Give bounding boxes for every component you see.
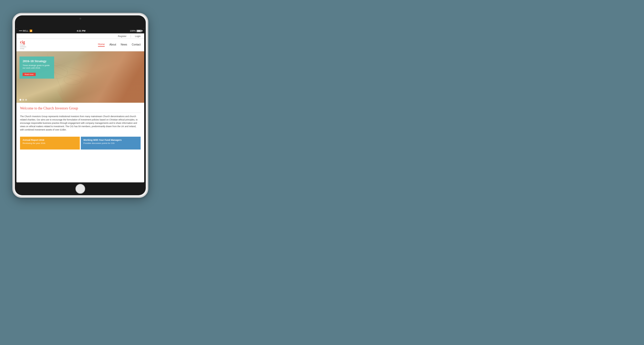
cards-row: Annual Report 2016 Reviewing the year 20… bbox=[16, 134, 144, 150]
status-carrier: •••• BELL 📶 bbox=[19, 30, 32, 32]
slider-dot-1[interactable] bbox=[19, 99, 21, 101]
carrier-text: •••• BELL bbox=[19, 30, 28, 32]
hero-cta-button[interactable]: Read more bbox=[23, 73, 36, 76]
web-content: Register Login cig Church Investors Grou… bbox=[16, 33, 144, 182]
slider-dot-2[interactable] bbox=[22, 99, 24, 101]
logo-text: cig bbox=[20, 40, 26, 44]
welcome-body: The Church Investors Group represents in… bbox=[20, 115, 141, 132]
ipad-home-button[interactable] bbox=[75, 184, 85, 194]
slider-dots bbox=[19, 99, 27, 101]
welcome-title: Welcome to the Church Investors Group bbox=[20, 106, 141, 110]
login-link[interactable]: Login bbox=[135, 35, 141, 38]
battery-icon bbox=[136, 30, 142, 32]
site-logo[interactable]: cig Church Investors Group bbox=[20, 40, 26, 50]
nav-home[interactable]: Home bbox=[98, 43, 105, 47]
ipad-camera bbox=[80, 18, 81, 20]
welcome-section: Welcome to the Church Investors Group Th… bbox=[16, 103, 144, 134]
ipad-screen: •••• BELL 📶 4:21 PM 100% Register Login bbox=[16, 28, 144, 182]
card-annual-report-subtitle: Reviewing the year 2016. bbox=[23, 142, 77, 145]
hero-overlay: 2016-18 Strategy Three strategic goals t… bbox=[19, 57, 54, 79]
card-fund-managers-subtitle: Possible discussion points for CIG bbox=[83, 142, 138, 145]
status-time: 4:21 PM bbox=[77, 30, 85, 32]
hero-slider: 2016-18 Strategy Three strategic goals t… bbox=[16, 51, 144, 103]
logo-subtitle: Church Investors Group bbox=[20, 44, 26, 50]
register-link[interactable]: Register bbox=[118, 35, 126, 38]
status-bar: •••• BELL 📶 4:21 PM 100% bbox=[16, 28, 144, 33]
svg-point-5 bbox=[64, 74, 82, 85]
hero-title: 2016-18 Strategy bbox=[23, 59, 51, 63]
card-annual-report-title: Annual Report 2016 bbox=[23, 139, 77, 141]
slider-dot-3[interactable] bbox=[25, 99, 27, 101]
nav-news[interactable]: News bbox=[121, 43, 127, 46]
nav-about[interactable]: About bbox=[109, 43, 116, 46]
nav-contact[interactable]: Contact bbox=[132, 43, 141, 46]
main-nav-links: Home About News Contact bbox=[98, 43, 141, 47]
card-annual-report[interactable]: Annual Report 2016 Reviewing the year 20… bbox=[20, 137, 80, 150]
nav-divider bbox=[131, 35, 131, 38]
wifi-icon: 📶 bbox=[30, 30, 32, 32]
battery-percent-text: 100% bbox=[130, 30, 136, 32]
status-battery: 100% bbox=[130, 30, 142, 32]
welcome-divider bbox=[20, 113, 141, 113]
card-fund-managers[interactable]: Working With Your Fund Managers Possible… bbox=[81, 137, 141, 150]
ipad-device: •••• BELL 📶 4:21 PM 100% Register Login bbox=[12, 13, 148, 198]
top-nav: Register Login bbox=[16, 33, 144, 39]
card-fund-managers-title: Working With Your Fund Managers bbox=[83, 139, 138, 141]
hero-subtitle: Three strategic goals to guide our work … bbox=[23, 64, 51, 70]
main-nav: cig Church Investors Group Home About Ne… bbox=[16, 39, 144, 51]
